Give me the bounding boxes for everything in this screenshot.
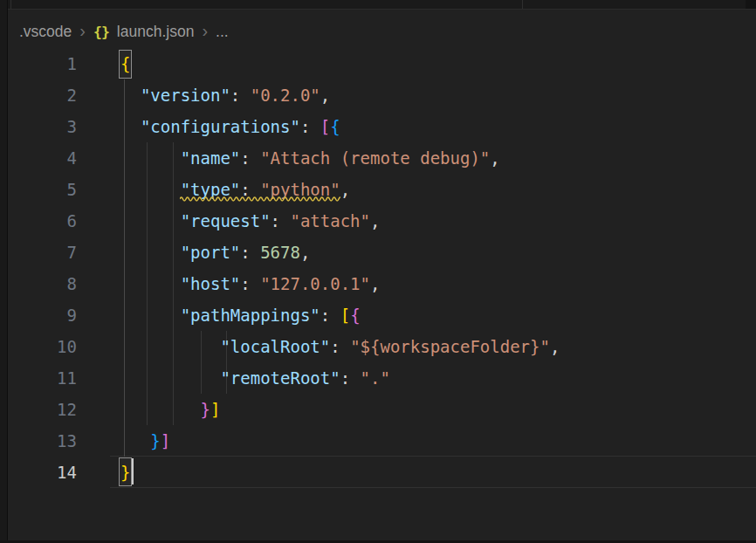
token-b2: ] [161,431,170,450]
code-line[interactable]: }] [120,394,560,425]
code-line[interactable]: "remoteRoot": "." [120,362,560,394]
token-ws [120,180,181,199]
token-str: "." [361,368,390,388]
token-ws [120,211,181,230]
code-line[interactable]: "name": "Attach (remote debug)", [120,142,560,174]
token-punct: , [340,180,350,199]
line-number[interactable]: 8 [0,268,77,299]
token-key: "localRoot" [220,337,330,356]
token-punct: : [240,148,260,168]
token-ws [120,274,181,293]
text-cursor [132,458,134,485]
code-lines: { "version": "0.2.0", "configurations": … [120,48,560,488]
line-number[interactable]: 12 [0,394,77,425]
line-number[interactable]: 10 [0,331,77,362]
code-line[interactable]: }] [120,425,560,457]
token-ws [120,243,181,262]
editor-group-border [746,0,756,9]
token-ws [120,148,181,168]
token-str: "127.0.0.1" [260,274,370,293]
token-punct: : [240,274,260,293]
vscode-window: .vscode › {} launch.json › ... 123456789… [0,0,756,543]
token-punct: : [340,368,361,388]
json-braces-icon: {} [93,24,109,40]
code-line[interactable]: "pathMappings": [{ [120,299,560,331]
token-b2: } [201,400,210,419]
token-b1: } [120,463,130,482]
breadcrumb-folder[interactable]: .vscode [19,23,72,41]
token-punct: , [370,274,380,293]
line-number[interactable]: 9 [0,299,77,331]
token-b1: [ [340,306,350,325]
line-number[interactable]: 7 [0,237,77,268]
token-ws [120,400,201,419]
breadcrumb-symbol-path[interactable]: ... [216,23,229,41]
token-str: "${workspaceFolder}" [350,337,550,356]
token-ws [120,117,141,136]
token-punct: , [370,211,380,230]
token-punct: , [490,148,499,168]
token-punct: : [271,211,291,230]
token-key: "request" [181,211,271,230]
token-punct: : [240,243,260,262]
chevron-right-icon: › [202,22,208,39]
token-str: "0.2.0" [251,86,320,105]
token-key: "name" [181,148,241,168]
breadcrumb-file[interactable]: launch.json [117,23,195,41]
token-ws [120,431,150,450]
code-line[interactable]: "configurations": [{ [120,111,560,142]
token-key: "host" [181,274,241,293]
token-punct: : [320,306,340,325]
token-key: "port" [181,243,241,262]
token-punct: , [320,86,330,105]
token-b2: { [350,306,360,325]
line-number[interactable]: 1 [0,48,77,79]
token-str: "Attach (remote debug)" [260,148,490,168]
token-key: "pathMappings" [181,306,320,325]
token-punct: , [550,337,560,356]
token-key: "remoteRoot" [220,368,340,388]
token-punct: , [300,243,310,262]
line-number[interactable]: 3 [0,111,77,142]
tab-divider [10,0,11,9]
code-line[interactable]: "version": "0.2.0", [120,79,560,111]
code-line[interactable]: "localRoot": "${workspaceFolder}", [120,331,560,362]
chevron-right-icon: › [79,22,86,39]
token-b1: ] [210,400,220,419]
token-num: 5678 [260,243,300,262]
token-key: "configurations" [141,117,300,136]
token-b3: { [330,117,340,136]
token-punct: : [330,337,350,356]
tab-bar[interactable] [0,0,756,10]
line-number[interactable]: 13 [0,425,77,457]
warning-squiggle [180,196,340,203]
breadcrumb: .vscode › {} launch.json › ... [19,17,229,46]
line-number[interactable]: 11 [0,362,77,394]
token-ws [120,368,220,388]
line-number[interactable]: 6 [0,205,77,237]
window-left-border [0,0,8,543]
token-b1: { [120,54,130,73]
line-number[interactable]: 14 [0,457,77,488]
code-line[interactable]: { [120,48,560,79]
token-punct: : [300,117,320,136]
line-number[interactable]: 5 [0,174,77,205]
token-punct: : [230,86,251,105]
token-ws [120,86,141,105]
line-number[interactable]: 2 [0,79,77,111]
token-b2: [ [320,117,330,136]
gutter[interactable]: 1234567891011121314 [0,48,77,488]
token-b3: } [150,431,160,450]
token-str: "attach" [290,211,370,230]
code-line[interactable]: } [120,457,560,488]
token-ws [120,306,181,325]
token-key: "version" [141,86,230,105]
code-line[interactable]: "request": "attach", [120,205,560,237]
tab-divider [522,0,523,9]
line-number[interactable]: 4 [0,142,77,174]
code-line[interactable]: "host": "127.0.0.1", [120,268,560,299]
token-ws [120,337,220,356]
code-line[interactable]: "port": 5678, [120,237,560,268]
